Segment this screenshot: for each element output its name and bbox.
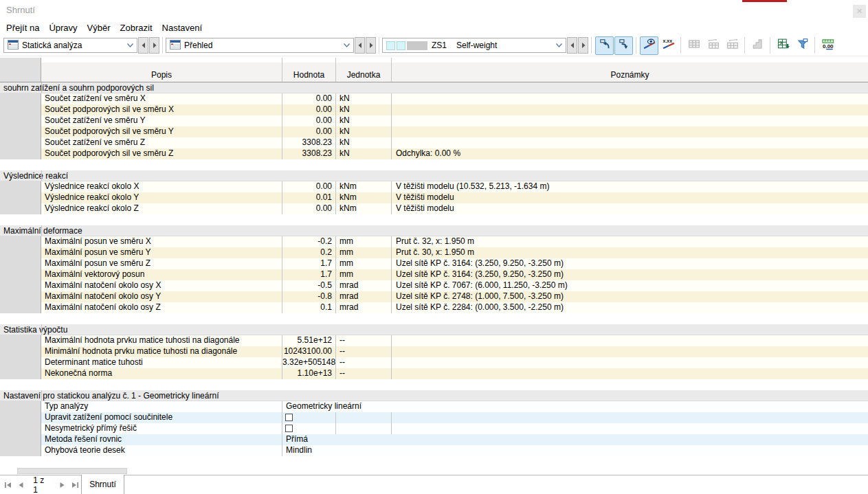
jednotka-cell[interactable] [336,412,392,423]
poznamky-cell[interactable] [392,368,868,379]
loadcase-prev-button[interactable] [567,37,577,54]
close-button[interactable]: ✕ [853,5,866,18]
hodnota-cell[interactable]: 1.7 [282,269,336,280]
next-page-button[interactable] [57,479,68,491]
checkbox[interactable] [285,414,293,421]
poznamky-cell[interactable]: Uzel sítě KP č. 2748: (1.000, 7.500, -3.… [392,291,868,302]
tab-shrnuti[interactable]: Shrnutí [81,475,124,494]
poznamky-cell[interactable] [392,93,868,104]
popis-cell[interactable]: Typ analýzy [41,401,282,412]
table-view-prev-button[interactable] [355,37,365,54]
popis-cell[interactable]: Součet zatížení ve směru Z [41,137,282,148]
menu-item-v-b-r[interactable]: Výběr [82,21,115,34]
poznamky-cell[interactable] [392,412,868,423]
poznamky-cell[interactable] [392,357,868,368]
hodnota-cell[interactable]: 0.00 [282,126,336,137]
loadcase-combo[interactable]: ZS1 Self-weight [382,38,566,53]
popis-cell[interactable]: Maximální posun ve směru Z [41,258,282,269]
hodnota-cell[interactable]: 0.1 [282,302,336,313]
jednotka-cell[interactable]: mm [336,247,392,258]
popis-cell[interactable]: Nesymetrický přímý řešič [41,423,282,434]
poznamky-cell[interactable]: Uzel sítě KP č. 3164: (3.250, 9.250, -3.… [392,269,868,280]
popis-cell[interactable]: Výslednice reakcí okolo Y [41,192,282,203]
hodnota-cell[interactable]: 3.32e+505148 [282,357,336,368]
analysis-next-button[interactable] [149,37,159,54]
hodnota-cell[interactable]: 0.00 [282,93,336,104]
popis-cell[interactable]: Součet podporových sil ve směru X [41,104,282,115]
hodnota-cell[interactable]: 1.7 [282,258,336,269]
jump-forward-button[interactable] [614,36,633,55]
jednotka-cell[interactable]: mrad [336,291,392,302]
popis-cell[interactable]: Metoda řešení rovnic [41,434,282,445]
analysis-prev-button[interactable] [138,37,148,54]
jednotka-cell[interactable]: kN [336,148,392,159]
poznamky-cell[interactable]: V těžišti modelu [392,203,868,214]
jednotka-cell[interactable]: kN [336,104,392,115]
excel-export-button[interactable]: X [774,36,792,55]
hodnota-cell[interactable]: 3308.23 [282,148,336,159]
popis-cell[interactable]: Maximální natočení okolo osy Y [41,291,282,302]
popis-cell[interactable]: Maximální natočení okolo osy X [41,280,282,291]
popis-cell[interactable]: Výslednice reakcí okolo Z [41,203,282,214]
jednotka-cell[interactable]: mrad [336,280,392,291]
hodnota-cell[interactable]: 0.00 [282,203,336,214]
jednotka-cell[interactable]: kNm [336,192,392,203]
horizontal-scrollbar-thumb[interactable] [17,468,127,474]
popis-cell[interactable]: Ohybová teorie desek [41,445,282,456]
jednotka-cell[interactable]: kN [336,126,392,137]
jednotka-cell[interactable]: kNm [336,203,392,214]
popis-cell[interactable]: Maximální natočení okolo osy Z [41,302,282,313]
menu-item--pravy[interactable]: Úpravy [44,21,82,34]
checkbox[interactable] [285,425,293,432]
jednotka-cell[interactable]: kN [336,137,392,148]
jednotka-cell[interactable]: -- [336,357,392,368]
jednotka-cell[interactable]: mrad [336,302,392,313]
table-view-next-button[interactable] [366,37,376,54]
jednotka-cell[interactable]: mm [336,258,392,269]
popis-cell[interactable]: Upravit zatížení pomocí součinitele [41,412,282,423]
poznamky-cell[interactable]: Prut č. 32, x: 1.950 m [392,236,868,247]
menu-item-p-ej-t-na[interactable]: Přejít na [1,21,44,34]
popis-cell[interactable]: Maximální hodnota prvku matice tuhosti n… [41,335,282,346]
hodnota-cell[interactable]: 5.51e+12 [282,335,336,346]
filter-button[interactable] [793,36,812,55]
hodnota-cell[interactable]: 10243100.00 [282,346,336,357]
poznamky-cell[interactable] [392,126,868,137]
popis-cell[interactable]: Determinant matice tuhosti [41,357,282,368]
poznamky-cell[interactable]: Uzel sítě KP č. 2284: (0.000, 3.500, -2.… [392,302,868,313]
poznamky-cell[interactable]: Odchylka: 0.00 % [392,148,868,159]
hodnota-cell[interactable]: 0.01 [282,192,336,203]
jednotka-cell[interactable]: kN [336,93,392,104]
menu-item-zobrazit[interactable]: Zobrazit [115,21,157,34]
last-page-button[interactable] [70,479,81,491]
popis-cell[interactable]: Součet zatížení ve směru Y [41,115,282,126]
show-values-button[interactable] [640,36,658,55]
poznamky-cell[interactable] [392,115,868,126]
popis-cell[interactable]: Maximální posun ve směru Y [41,247,282,258]
poznamky-cell[interactable] [392,335,868,346]
jednotka-cell[interactable] [336,423,392,434]
poznamky-cell[interactable] [392,137,868,148]
prev-page-button[interactable] [15,479,26,491]
hodnota-cell[interactable]: -0.2 [282,236,336,247]
first-page-button[interactable] [2,479,13,491]
analysis-type-combo[interactable]: Statická analýza [3,38,137,53]
table-insert-col-button[interactable] [723,36,742,55]
popis-cell[interactable]: Maximální posun ve směru X [41,236,282,247]
decimal-display-button[interactable]: x.xx [659,36,678,55]
popis-cell[interactable]: Maximální vektorový posun [41,269,282,280]
jednotka-cell[interactable]: -- [336,335,392,346]
poznamky-cell[interactable]: V těžišti modelu (10.532, 5.213, -1.634 … [392,181,868,192]
poznamky-cell[interactable]: Prut č. 30, x: 1.950 m [392,247,868,258]
jump-back-button[interactable] [595,36,614,55]
popis-cell[interactable]: Součet podporových sil ve směru Z [41,148,282,159]
poznamky-cell[interactable] [392,423,868,434]
popis-cell[interactable]: Součet podporových sil ve směru Y [41,126,282,137]
value-span-cell[interactable]: Mindlin [282,445,868,456]
jednotka-cell[interactable]: mm [336,236,392,247]
hodnota-cell[interactable]: 1.10e+13 [282,368,336,379]
popis-cell[interactable]: Součet zatížení ve směru X [41,93,282,104]
jednotka-cell[interactable]: -- [336,346,392,357]
hodnota-cell[interactable]: 3308.23 [282,137,336,148]
value-span-cell[interactable]: Geometricky lineární [282,401,868,412]
